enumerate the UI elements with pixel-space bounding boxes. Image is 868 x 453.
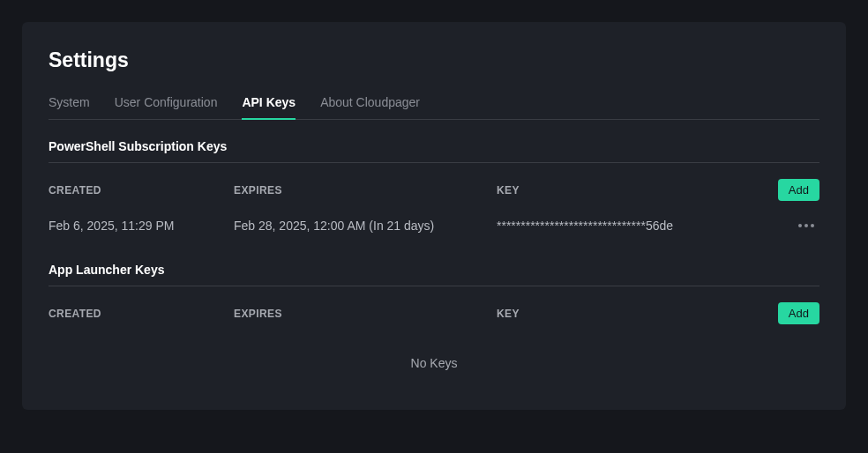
more-options-icon[interactable] bbox=[793, 219, 819, 233]
column-header-key: KEY bbox=[497, 308, 767, 320]
tab-user-configuration[interactable]: User Configuration bbox=[115, 95, 218, 120]
powershell-table: CREATED EXPIRES KEY Add Feb 6, 2025, 11:… bbox=[49, 179, 819, 233]
page-title: Settings bbox=[49, 48, 819, 72]
powershell-section: PowerShell Subscription Keys CREATED EXP… bbox=[49, 139, 819, 233]
tab-about-cloudpager[interactable]: About Cloudpager bbox=[320, 95, 420, 120]
cell-created: Feb 6, 2025, 11:29 PM bbox=[49, 219, 234, 233]
column-header-created: CREATED bbox=[49, 308, 234, 320]
divider bbox=[49, 162, 819, 163]
app-launcher-table: CREATED EXPIRES KEY Add No Keys bbox=[49, 302, 819, 370]
table-header-row: CREATED EXPIRES KEY Add bbox=[49, 179, 819, 201]
table-row: Feb 6, 2025, 11:29 PM Feb 28, 2025, 12:0… bbox=[49, 219, 819, 233]
tab-system[interactable]: System bbox=[49, 95, 90, 120]
settings-panel: Settings System User Configuration API K… bbox=[22, 22, 846, 410]
column-header-key: KEY bbox=[497, 184, 767, 197]
section-title-app-launcher: App Launcher Keys bbox=[49, 263, 819, 277]
tab-api-keys[interactable]: API Keys bbox=[242, 95, 296, 120]
section-title-powershell: PowerShell Subscription Keys bbox=[49, 139, 819, 153]
column-header-expires: EXPIRES bbox=[234, 184, 497, 197]
cell-expires: Feb 28, 2025, 12:00 AM (In 21 days) bbox=[234, 219, 497, 233]
tabs: System User Configuration API Keys About… bbox=[49, 95, 819, 120]
add-app-launcher-key-button[interactable]: Add bbox=[778, 302, 819, 324]
cell-key: *******************************56de bbox=[497, 219, 767, 233]
app-launcher-section: App Launcher Keys CREATED EXPIRES KEY Ad… bbox=[49, 263, 819, 370]
column-header-created: CREATED bbox=[49, 184, 234, 197]
divider bbox=[49, 286, 819, 286]
table-header-row: CREATED EXPIRES KEY Add bbox=[49, 302, 819, 324]
add-powershell-key-button[interactable]: Add bbox=[778, 179, 819, 201]
empty-state: No Keys bbox=[49, 342, 819, 370]
column-header-expires: EXPIRES bbox=[234, 308, 497, 320]
